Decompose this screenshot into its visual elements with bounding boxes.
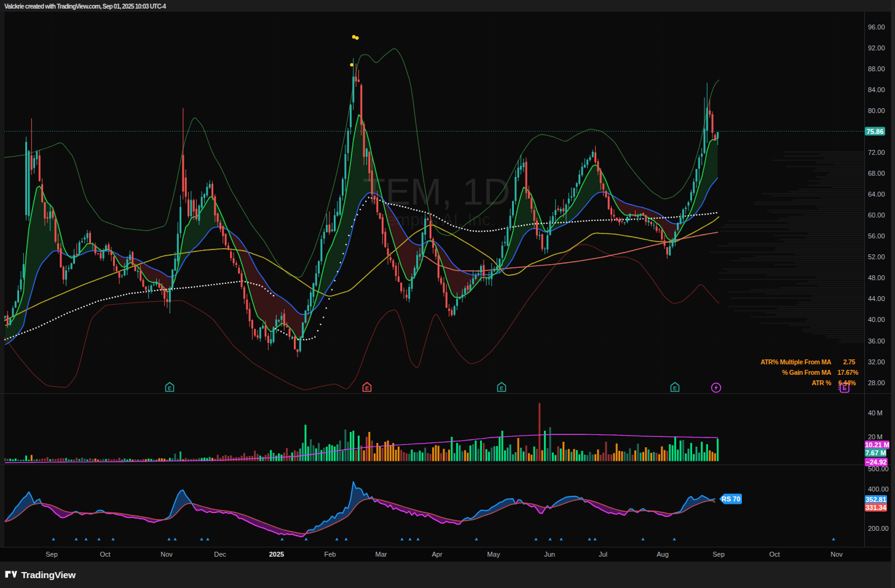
svg-text:200.00: 200.00 <box>868 525 889 532</box>
svg-text:7.67 M: 7.67 M <box>865 449 886 457</box>
svg-text:44.00: 44.00 <box>868 295 885 302</box>
svg-text:Apr: Apr <box>432 551 442 558</box>
svg-text:84.00: 84.00 <box>868 86 885 93</box>
svg-text:Nov: Nov <box>160 551 173 558</box>
svg-text:Oct: Oct <box>100 551 110 558</box>
svg-text:E: E <box>673 385 677 391</box>
svg-text:Sep: Sep <box>45 551 58 558</box>
svg-text:28.00: 28.00 <box>868 379 885 386</box>
svg-text:331.34: 331.34 <box>865 504 887 511</box>
svg-text:Sep: Sep <box>712 551 725 558</box>
svg-text:60.00: 60.00 <box>868 211 885 219</box>
svg-text:10.21 M: 10.21 M <box>865 441 889 449</box>
svg-text:17.67%: 17.67% <box>837 369 859 376</box>
svg-text:−24.92: −24.92 <box>866 458 887 466</box>
svg-text:E: E <box>500 385 503 391</box>
svg-text:ATR %: ATR % <box>811 379 832 386</box>
svg-text:32.00: 32.00 <box>868 358 885 366</box>
svg-text:92.00: 92.00 <box>868 44 885 52</box>
svg-text:68.00: 68.00 <box>868 170 885 177</box>
svg-text:96.00: 96.00 <box>868 23 885 31</box>
svg-text:2025: 2025 <box>269 551 284 558</box>
svg-text:40.00: 40.00 <box>868 316 885 323</box>
svg-text:Feb: Feb <box>325 551 336 558</box>
svg-text:48.00: 48.00 <box>868 274 885 281</box>
svg-text:20 M: 20 M <box>868 433 883 441</box>
svg-text:TradingView: TradingView <box>22 570 76 580</box>
svg-text:E: E <box>168 385 172 391</box>
svg-text:2.75: 2.75 <box>843 358 856 366</box>
svg-text:64.00: 64.00 <box>868 190 885 198</box>
svg-text:Jul: Jul <box>599 551 607 558</box>
svg-text:88.00: 88.00 <box>868 65 885 73</box>
svg-text:80.00: 80.00 <box>868 107 885 114</box>
svg-text:Valckrie created with TradingV: Valckrie created with TradingView.com, S… <box>4 3 167 10</box>
svg-text:75.86: 75.86 <box>867 128 884 135</box>
svg-text:400.00: 400.00 <box>868 485 889 493</box>
svg-text:ATR% Multiple From MA: ATR% Multiple From MA <box>760 358 832 366</box>
svg-text:May: May <box>487 551 500 558</box>
svg-text:72.00: 72.00 <box>868 149 885 156</box>
svg-text:RS 70: RS 70 <box>722 495 741 503</box>
svg-text:Jun: Jun <box>544 551 555 558</box>
svg-text:Nov: Nov <box>830 551 843 558</box>
svg-text:E: E <box>365 385 369 391</box>
svg-text:6.44%: 6.44% <box>838 379 856 386</box>
svg-text:Aug: Aug <box>656 551 669 558</box>
svg-text:Oct: Oct <box>769 551 779 558</box>
svg-text:40 M: 40 M <box>868 409 883 417</box>
svg-text:36.00: 36.00 <box>868 337 885 345</box>
svg-text:Mar: Mar <box>376 551 387 558</box>
svg-text:52.00: 52.00 <box>868 253 885 261</box>
svg-text:Dec: Dec <box>214 551 226 558</box>
svg-text:352.81: 352.81 <box>865 496 886 503</box>
svg-text:56.00: 56.00 <box>868 232 885 240</box>
svg-text:% Gain From MA: % Gain From MA <box>782 369 832 376</box>
